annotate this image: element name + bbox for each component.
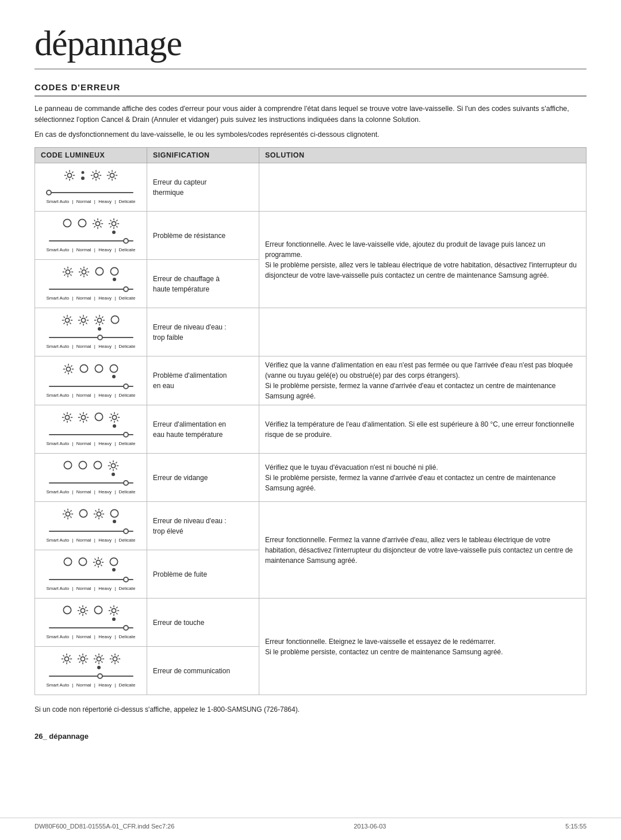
svg-point-67 bbox=[110, 267, 118, 275]
svg-point-168 bbox=[64, 558, 71, 565]
svg-point-77 bbox=[81, 318, 85, 322]
section-title: CODES D'ERREUR bbox=[34, 82, 586, 97]
header-signif: SIGNIFICATION bbox=[147, 148, 259, 163]
svg-point-138 bbox=[94, 461, 101, 469]
svg-point-105 bbox=[80, 365, 87, 372]
svg-line-164 bbox=[101, 516, 102, 517]
svg-point-96 bbox=[66, 367, 70, 371]
svg-point-170 bbox=[96, 560, 100, 564]
svg-line-103 bbox=[71, 365, 72, 366]
svg-line-104 bbox=[65, 371, 66, 373]
svg-point-139 bbox=[111, 463, 115, 467]
footer-note: Si un code non répertorié ci-dessus s'af… bbox=[34, 705, 586, 714]
svg-line-207 bbox=[69, 655, 70, 657]
svg-line-165 bbox=[101, 511, 102, 512]
svg-line-36 bbox=[100, 226, 101, 227]
solution-cell: Erreur fonctionnelle. Avec le lave-vaiss… bbox=[259, 212, 586, 308]
svg-line-123 bbox=[86, 420, 87, 421]
svg-point-106 bbox=[95, 365, 102, 372]
svg-line-132 bbox=[111, 414, 112, 415]
signification-cell: Problème de résistance bbox=[147, 212, 259, 260]
table-row: Smart Auto|Normal|Heavy|Delicate Erreur … bbox=[35, 405, 586, 454]
svg-line-53 bbox=[64, 269, 66, 270]
svg-line-63 bbox=[86, 274, 87, 275]
svg-line-208 bbox=[63, 661, 64, 662]
page-footer: DW80F600_DD81-01555A-01_CFR.indd Sec7:26… bbox=[0, 818, 621, 830]
svg-line-215 bbox=[85, 661, 86, 662]
svg-line-177 bbox=[101, 559, 102, 560]
svg-line-163 bbox=[95, 511, 97, 512]
svg-line-189 bbox=[79, 613, 80, 614]
solution-cell: Erreur fonctionnelle. Fermez la vanne d'… bbox=[259, 502, 586, 599]
svg-line-82 bbox=[80, 317, 81, 318]
svg-line-166 bbox=[95, 516, 97, 517]
svg-line-197 bbox=[116, 613, 117, 614]
svg-line-75 bbox=[70, 317, 71, 318]
svg-point-169 bbox=[79, 558, 86, 565]
svg-point-127 bbox=[112, 415, 116, 419]
svg-line-124 bbox=[86, 414, 87, 415]
header-solution: SOLUTION bbox=[259, 148, 586, 163]
signification-cell: Erreur du capteurthermique bbox=[147, 163, 259, 212]
svg-line-76 bbox=[64, 323, 65, 324]
svg-line-199 bbox=[110, 613, 112, 614]
svg-line-7 bbox=[72, 172, 73, 173]
solution-cell: Vérifiez que le tuyau d'évacuation n'est… bbox=[259, 454, 586, 502]
svg-line-94 bbox=[96, 323, 97, 324]
svg-line-153 bbox=[64, 511, 66, 512]
svg-line-65 bbox=[80, 274, 82, 275]
svg-line-38 bbox=[94, 226, 95, 227]
svg-line-84 bbox=[86, 317, 87, 318]
svg-line-93 bbox=[102, 317, 103, 318]
svg-line-235 bbox=[112, 661, 113, 662]
svg-line-216 bbox=[85, 655, 86, 657]
svg-line-26 bbox=[114, 172, 116, 173]
table-row: Smart Auto|Normal|Heavy|Delicate Problèm… bbox=[35, 212, 586, 260]
code-cell: Smart Auto|Normal|Heavy|Delicate bbox=[35, 308, 147, 356]
svg-line-188 bbox=[85, 607, 86, 608]
svg-line-154 bbox=[70, 516, 71, 517]
svg-point-48 bbox=[66, 270, 70, 274]
signification-cell: Erreur de communication bbox=[147, 647, 259, 695]
code-cell: Smart Auto|Normal|Heavy|Delicate bbox=[35, 356, 147, 405]
svg-line-198 bbox=[116, 607, 117, 608]
svg-point-66 bbox=[95, 267, 103, 275]
svg-line-225 bbox=[101, 655, 102, 657]
svg-line-116 bbox=[64, 420, 65, 421]
svg-point-180 bbox=[63, 606, 71, 613]
svg-point-29 bbox=[78, 219, 86, 227]
code-cell: Smart Auto|Normal|Heavy|Delicate bbox=[35, 647, 147, 695]
svg-line-35 bbox=[94, 220, 95, 221]
signification-cell: Problème de fuite bbox=[147, 550, 259, 599]
svg-line-115 bbox=[70, 414, 71, 415]
svg-point-126 bbox=[95, 413, 102, 420]
svg-point-137 bbox=[79, 461, 86, 469]
code-cell: Smart Auto|Normal|Heavy|Delicate bbox=[35, 212, 147, 260]
table-row: Smart Auto|Normal|Heavy|Delicate Erreur … bbox=[35, 502, 586, 550]
table-row: Smart Auto|Normal|Heavy|Delicate Erreur … bbox=[35, 308, 586, 356]
svg-point-107 bbox=[110, 365, 117, 372]
svg-point-117 bbox=[81, 415, 85, 419]
signification-cell: Erreur de vidange bbox=[147, 454, 259, 502]
svg-line-17 bbox=[98, 172, 99, 173]
svg-point-30 bbox=[95, 221, 99, 225]
svg-point-227 bbox=[113, 657, 117, 661]
svg-line-122 bbox=[80, 414, 81, 415]
code-cell: Smart Auto|Normal|Heavy|Delicate bbox=[35, 502, 147, 550]
svg-point-200 bbox=[64, 657, 68, 661]
header-code: CODE LUMINEUX bbox=[35, 148, 147, 163]
svg-point-167 bbox=[110, 509, 118, 517]
solution-cell: Vérifiez la température de l'eau d'alime… bbox=[259, 405, 586, 454]
table-row: Smart Auto|Normal|Heavy|Delicate Erreur … bbox=[35, 454, 586, 502]
svg-point-39 bbox=[112, 221, 116, 225]
svg-line-114 bbox=[70, 420, 71, 421]
svg-line-125 bbox=[80, 420, 81, 421]
page-title: dépannage bbox=[34, 23, 586, 70]
svg-line-144 bbox=[110, 462, 111, 463]
code-cell: Smart Auto|Normal|Heavy|Delicate bbox=[35, 405, 147, 454]
code-cell: Smart Auto|Normal|Heavy|Delicate bbox=[35, 550, 147, 599]
svg-line-15 bbox=[93, 172, 94, 173]
svg-line-133 bbox=[117, 420, 118, 421]
svg-line-8 bbox=[66, 178, 67, 179]
svg-line-102 bbox=[71, 371, 72, 373]
